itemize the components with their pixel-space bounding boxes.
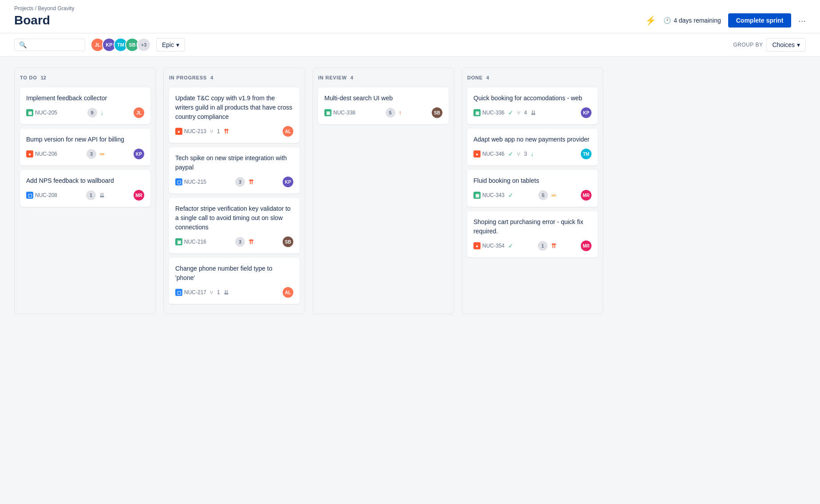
task-card[interactable]: Implement feedback collector ▣ NUC-205 9… xyxy=(20,87,150,124)
search-input[interactable] xyxy=(29,41,80,48)
card-count: 9 xyxy=(87,108,97,118)
card-meta: ▣ NUC-216 3 ⇈ SB xyxy=(175,236,293,247)
card-title: Bump version for new API for billing xyxy=(26,135,144,144)
task-card[interactable]: Shoping cart purchasing error - quick fi… xyxy=(467,211,598,257)
issue-type-icon: ▣ xyxy=(26,109,33,116)
epic-filter-button[interactable]: Epic ▾ xyxy=(156,38,185,51)
issue-id: NUC-336 xyxy=(482,110,505,116)
column-todo: TO DO 12 Implement feedback collector ▣ … xyxy=(14,67,156,314)
card-meta: ▢ NUC-208 1 ⇊ MR xyxy=(26,190,144,201)
card-title: Add NPS feedback to wallboard xyxy=(26,176,144,185)
priority-icon: ⇈ xyxy=(248,238,254,245)
card-title: Fluid booking on tablets xyxy=(473,176,591,185)
column-inreview: IN REVIEW 4 Multi-dest search UI web ▣ N… xyxy=(312,67,454,314)
assignee-avatar: KP xyxy=(283,177,293,187)
toolbar: 🔍 JL KP TM SB +3 Epic ▾ GROUP BY Choices… xyxy=(0,33,820,57)
issue-id: NUC-346 xyxy=(482,151,505,157)
search-box[interactable]: 🔍 xyxy=(14,39,85,51)
column-header: TO DO 12 xyxy=(20,73,150,82)
card-title: Shoping cart purchasing error - quick fi… xyxy=(473,217,591,236)
branch-icon: ⑂ xyxy=(517,151,520,158)
issue-id: NUC-215 xyxy=(184,179,206,185)
task-card[interactable]: Adapt web app no new payments provider ●… xyxy=(467,129,598,165)
task-card[interactable]: Fluid booking on tablets ▣ NUC-343 ✓ 5 ═… xyxy=(467,170,598,207)
assignee-avatar: MR xyxy=(581,190,591,201)
card-title: Quick booking for accomodations - web xyxy=(473,94,591,103)
card-title: Tech spike on new stripe integration wit… xyxy=(175,154,293,172)
column-title: DONE xyxy=(467,75,483,80)
priority-icon: ═ xyxy=(552,192,556,199)
issue-type-icon: ▣ xyxy=(175,238,182,245)
branch-icon: ⑂ xyxy=(210,289,213,296)
issue-type-icon: ▣ xyxy=(473,192,481,199)
board: TO DO 12 Implement feedback collector ▣ … xyxy=(0,57,820,325)
issue-type-icon: ▣ xyxy=(324,109,331,116)
column-count: 4 xyxy=(210,75,213,80)
check-icon: ✓ xyxy=(508,192,513,199)
card-title: Multi-dest search UI web xyxy=(324,94,442,103)
more-options-icon[interactable]: ··· xyxy=(798,16,806,26)
card-count: 3 xyxy=(87,149,96,159)
priority-icon: ↓ xyxy=(531,150,534,158)
complete-sprint-button[interactable]: Complete sprint xyxy=(728,13,792,28)
lightning-icon[interactable]: ⚡ xyxy=(645,15,656,26)
choices-button[interactable]: Choices ▾ xyxy=(766,38,806,51)
card-count: 1 xyxy=(86,190,96,200)
task-card[interactable]: Quick booking for accomodations - web ▣ … xyxy=(467,87,598,124)
card-meta: ▣ NUC-338 5 ↑ SB xyxy=(324,107,442,118)
issue-tag: ● NUC-354 xyxy=(473,242,505,249)
card-count: 3 xyxy=(235,237,245,247)
card-title: Implement feedback collector xyxy=(26,94,144,103)
task-card[interactable]: Bump version for new API for billing ● N… xyxy=(20,129,150,165)
assignee-avatar: KP xyxy=(581,107,591,118)
issue-id: NUC-206 xyxy=(35,151,57,157)
task-card[interactable]: Change phone number field type to 'phone… xyxy=(169,258,300,304)
priority-icon: ⇊ xyxy=(99,192,105,199)
avatar-group: JL KP TM SB +3 xyxy=(91,38,151,52)
assignee-avatar: AL xyxy=(283,287,293,298)
priority-icon: ⇊ xyxy=(224,289,229,296)
task-card[interactable]: Multi-dest search UI web ▣ NUC-338 5 ↑ S… xyxy=(318,87,449,124)
task-card[interactable]: Tech spike on new stripe integration wit… xyxy=(169,147,300,193)
branch-count: 1 xyxy=(217,289,220,295)
breadcrumb: Projects / Beyond Gravity xyxy=(14,5,806,12)
card-meta: ▣ NUC-336 ✓ ⑂4 ⇊ KP xyxy=(473,107,591,118)
card-count: 5 xyxy=(386,108,395,118)
priority-icon: ↑ xyxy=(399,109,402,116)
issue-type-icon: ● xyxy=(473,150,481,158)
column-title: IN PROGRESS xyxy=(169,75,207,80)
issue-tag: ▣ NUC-336 xyxy=(473,109,505,116)
avatar-more[interactable]: +3 xyxy=(137,38,151,52)
column-count: 12 xyxy=(41,75,46,80)
issue-tag: ▣ NUC-343 xyxy=(473,192,505,199)
issue-tag: ▢ NUC-215 xyxy=(175,178,206,185)
assignee-avatar: JL xyxy=(134,107,144,118)
task-card[interactable]: Add NPS feedback to wallboard ▢ NUC-208 … xyxy=(20,170,150,207)
column-header: IN PROGRESS 4 xyxy=(169,73,300,82)
card-meta: ▢ NUC-217 ⑂1 ⇊ AL xyxy=(175,287,293,298)
issue-tag: ▣ NUC-216 xyxy=(175,238,206,245)
issue-type-icon: ▢ xyxy=(26,192,33,199)
check-icon: ✓ xyxy=(508,242,513,249)
task-card[interactable]: Update T&C copy with v1.9 from the write… xyxy=(169,87,300,143)
issue-id: NUC-354 xyxy=(482,243,505,249)
column-inprogress: IN PROGRESS 4 Update T&C copy with v1.9 … xyxy=(163,67,305,314)
card-title: Change phone number field type to 'phone… xyxy=(175,264,293,283)
check-icon: ✓ xyxy=(508,150,513,158)
assignee-avatar: MR xyxy=(581,240,591,251)
column-done: DONE 4 Quick booking for accomodations -… xyxy=(461,67,603,314)
column-title: IN REVIEW xyxy=(318,75,347,80)
task-card[interactable]: Refactor stripe verification key validat… xyxy=(169,198,300,253)
search-icon: 🔍 xyxy=(19,41,27,48)
chevron-down-icon: ▾ xyxy=(797,41,800,48)
card-meta: ▣ NUC-343 ✓ 5 ═ MR xyxy=(473,190,591,201)
issue-type-icon: ▢ xyxy=(175,178,182,185)
assignee-avatar: SB xyxy=(432,107,442,118)
branch-count: 3 xyxy=(524,151,527,157)
issue-type-icon: ▣ xyxy=(473,109,481,116)
issue-tag: ● NUC-206 xyxy=(26,150,57,158)
column-count: 4 xyxy=(351,75,353,80)
issue-type-icon: ● xyxy=(473,242,481,249)
assignee-avatar: SB xyxy=(283,236,293,247)
assignee-avatar: AL xyxy=(283,126,293,137)
